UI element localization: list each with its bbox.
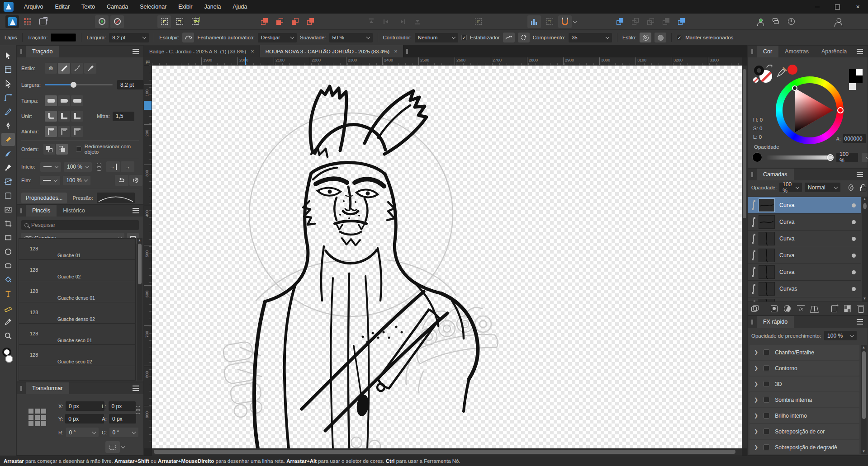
canvas-vertical-scrollbar[interactable] [742, 66, 747, 448]
layers-panel-tab[interactable]: Camadas [757, 169, 794, 180]
live-filter-icon[interactable] [811, 306, 819, 312]
transparency-tool[interactable] [1, 189, 15, 202]
brushes-tab[interactable]: Pincéis [26, 205, 57, 217]
designer-persona-button[interactable] [5, 15, 19, 28]
place-image-tool[interactable] [1, 203, 15, 216]
maximize-button[interactable] [827, 0, 848, 14]
brush-search-input[interactable]: Pesquisar [21, 220, 139, 230]
align-up-button[interactable] [365, 15, 378, 28]
sculpt-button[interactable] [182, 33, 194, 42]
pen-tool[interactable] [1, 119, 15, 132]
snap-pixel-button[interactable] [173, 15, 186, 28]
fill-swatch-circle[interactable] [5, 355, 13, 363]
layer-thumbnail[interactable] [759, 265, 775, 279]
stroke-style-brush-button[interactable] [84, 63, 96, 74]
align-inside-button[interactable] [58, 126, 70, 137]
layer-row[interactable]: Curva [748, 231, 861, 247]
close-tab-icon[interactable]: × [251, 48, 254, 55]
rope-stabilizer-button[interactable] [503, 33, 515, 42]
close-tab-icon[interactable]: × [394, 48, 398, 55]
width-combo[interactable]: 8,2 pt [109, 33, 149, 42]
fx-panel-tab[interactable]: FX rápido [757, 316, 794, 328]
panel-grip-icon[interactable] [20, 49, 22, 54]
layers-opacity-combo[interactable]: 100 % [779, 183, 802, 192]
document-tab[interactable]: Badge - C. Jordão - 2025 A.S. (1) (33.8%… [144, 45, 260, 57]
menu-item[interactable]: Exibir [172, 0, 198, 14]
brush-list-scrollbar[interactable]: ▲ [137, 238, 142, 381]
arrange-back-button[interactable] [304, 15, 318, 28]
layer-row-partial[interactable] [748, 297, 861, 301]
opacity-caret-button[interactable] [862, 153, 868, 162]
arrow-outside-button[interactable]: → [121, 161, 134, 172]
brush-item[interactable]: 128 Guache denso 01 [19, 281, 135, 302]
scrollbar-thumb[interactable] [743, 69, 746, 218]
white-swatch[interactable] [856, 69, 863, 75]
panel-menu-icon[interactable] [133, 51, 139, 52]
scroll-up-icon[interactable]: ▲ [863, 198, 867, 201]
panel-menu-icon[interactable] [857, 51, 863, 52]
fx-list-scrollbar[interactable]: ▲ ▼ [861, 345, 867, 454]
panel-grip-icon[interactable] [20, 386, 22, 391]
canvas-drawing-area[interactable] [152, 66, 742, 448]
anchor-selector[interactable] [28, 409, 46, 426]
history-tab[interactable]: Histórico [57, 205, 91, 217]
menu-item[interactable]: Camada [101, 0, 134, 14]
stroke-style-dashed-button[interactable] [71, 63, 83, 74]
menu-item[interactable]: Texto [76, 0, 101, 14]
scrollbar-thumb[interactable] [863, 203, 867, 209]
brush-item[interactable]: 128 Guache seco 02 [19, 345, 135, 366]
fx-row[interactable]: ❯ Sombra interna [749, 392, 859, 407]
scroll-down-icon[interactable]: ▼ [862, 450, 866, 453]
w-input[interactable]: 0 px [109, 401, 136, 411]
color-picker-tool[interactable] [1, 315, 15, 328]
autoclose-combo[interactable]: Desligar [258, 33, 297, 42]
layer-row[interactable]: Curva [748, 214, 861, 231]
layer-row[interactable]: Curva [748, 264, 861, 281]
stroke-fill-swatches[interactable] [1, 348, 15, 366]
none-swatch[interactable] [753, 77, 759, 83]
cap-square-button[interactable] [71, 95, 83, 106]
panel-grip-icon[interactable] [751, 320, 753, 325]
hue-wheel[interactable] [776, 76, 844, 144]
fill-gradient-tool[interactable] [1, 175, 15, 188]
corner-tool[interactable] [1, 91, 15, 104]
contour-tool[interactable] [1, 105, 15, 118]
pixel-align-button[interactable] [543, 15, 556, 28]
layer-row[interactable]: Curvas [748, 281, 861, 297]
color-tab[interactable]: Cor [757, 46, 778, 57]
style-stroke-button[interactable] [640, 33, 651, 42]
hex-input[interactable]: 000000 [843, 134, 866, 143]
resize-object-checkbox[interactable] [76, 146, 81, 152]
gray-swatch[interactable] [849, 83, 856, 90]
vertical-ruler[interactable]: 100200300400500600700800900 [144, 66, 152, 448]
expand-chevron-icon[interactable]: ❯ [754, 349, 758, 355]
order-front-button[interactable] [56, 144, 68, 155]
menu-item[interactable]: Janela [199, 0, 227, 14]
export-persona-button[interactable] [36, 15, 50, 28]
transform-link-icon[interactable] [135, 406, 140, 414]
stroke-swatch[interactable] [754, 66, 764, 75]
snapping-caret-icon[interactable] [573, 19, 577, 23]
fx-row[interactable]: ❯ Contorno [749, 361, 859, 376]
stabilizer-checkbox[interactable]: ✓ [461, 35, 467, 40]
layer-visibility-dot[interactable] [852, 270, 856, 274]
tabbar-grip-icon[interactable] [406, 49, 408, 54]
vector-brush-tool[interactable] [1, 147, 15, 160]
fx-row[interactable]: ❯ 3D [749, 377, 859, 391]
snapping-presets-button[interactable] [527, 15, 541, 28]
fx-checkbox[interactable] [764, 397, 769, 403]
expand-chevron-icon[interactable]: ❯ [754, 444, 758, 450]
miter-input[interactable]: 1,5 [113, 112, 134, 121]
join-miter-button[interactable] [71, 111, 83, 122]
panel-menu-icon[interactable] [857, 321, 863, 322]
stroke-style-none-button[interactable]: ⊗ [45, 63, 57, 74]
y-input[interactable]: 0 px [65, 414, 104, 424]
layer-effects-icon[interactable]: fx [797, 305, 805, 312]
order-behind-button[interactable] [43, 144, 55, 155]
pressure-curve[interactable] [97, 193, 135, 203]
order-back-gray-button[interactable] [659, 15, 673, 28]
expand-chevron-icon[interactable]: ❯ [754, 428, 758, 434]
blend-options-gear-icon[interactable] [849, 184, 854, 191]
x-input[interactable]: 0 px [66, 401, 104, 411]
minimize-button[interactable] [807, 0, 827, 14]
